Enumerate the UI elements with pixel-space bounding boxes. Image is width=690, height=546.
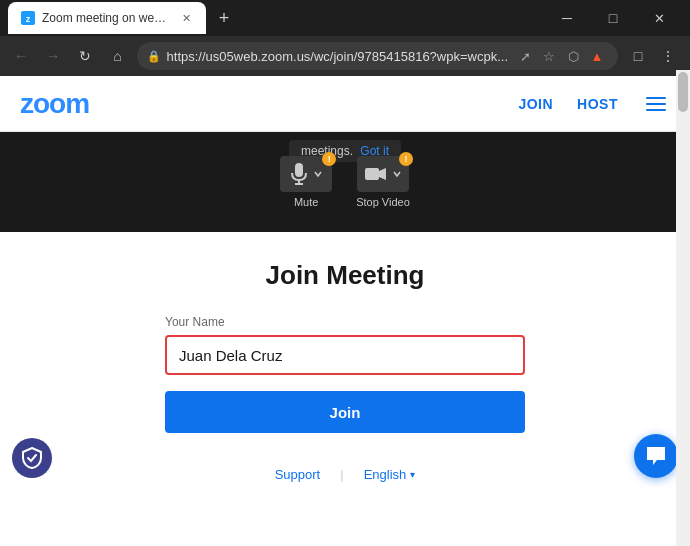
close-button[interactable]: ✕: [636, 2, 682, 34]
minimize-button[interactable]: ─: [544, 2, 590, 34]
home-button[interactable]: ⌂: [104, 42, 130, 70]
extensions-icon[interactable]: ⬡: [562, 45, 584, 67]
address-bar-row: ← → ↻ ⌂ 🔒 https://us05web.zoom.us/wc/joi…: [0, 36, 690, 76]
header-nav: JOIN HOST: [518, 93, 670, 115]
maximize-button[interactable]: □: [590, 2, 636, 34]
browser-actions: □ ⋮: [624, 42, 682, 70]
refresh-button[interactable]: ↻: [72, 42, 98, 70]
svg-text:z: z: [26, 14, 31, 24]
language-label: English: [364, 467, 407, 482]
mute-button[interactable]: ! Mute: [280, 156, 332, 208]
active-tab[interactable]: z Zoom meeting on web - Zoom ✕: [8, 2, 206, 34]
mic-icon: [290, 163, 308, 185]
browser-chrome: z Zoom meeting on web - Zoom ✕ + ─ □ ✕ ←…: [0, 0, 690, 76]
name-label: Your Name: [165, 315, 525, 329]
address-bar[interactable]: 🔒 https://us05web.zoom.us/wc/join/978541…: [137, 42, 618, 70]
video-dropdown-icon: [393, 170, 401, 178]
hamburger-menu[interactable]: [642, 93, 670, 115]
page-wrapper: z Zoom meeting on web - Zoom ✕ + ─ □ ✕ ←…: [0, 0, 690, 546]
tab-title: Zoom meeting on web - Zoom: [42, 11, 172, 25]
forward-button[interactable]: →: [40, 42, 66, 70]
zoom-logo: zoom: [20, 88, 89, 120]
shield-button[interactable]: [12, 438, 52, 478]
stop-video-button[interactable]: ! Stop Video: [356, 156, 410, 208]
tab-close-button[interactable]: ✕: [178, 10, 194, 26]
bookmark-icon[interactable]: ☆: [538, 45, 560, 67]
svg-rect-5: [365, 168, 379, 180]
back-button[interactable]: ←: [8, 42, 34, 70]
join-button[interactable]: Join: [165, 391, 525, 433]
address-actions: ➚ ☆ ⬡ ▲: [514, 45, 608, 67]
brave-icon[interactable]: ▲: [586, 45, 608, 67]
share-icon[interactable]: ➚: [514, 45, 536, 67]
hamburger-line-3: [646, 109, 666, 111]
hamburger-line-2: [646, 103, 666, 105]
stop-video-label: Stop Video: [356, 196, 410, 208]
chat-button[interactable]: [634, 434, 678, 478]
lock-icon: 🔒: [147, 50, 161, 63]
chevron-down-icon: ▾: [410, 469, 415, 480]
hamburger-line-1: [646, 97, 666, 99]
chat-icon: [645, 445, 667, 467]
video-controls: ! Mute !: [280, 156, 410, 208]
zoom-app: zoom JOIN HOST meetings. Got it: [0, 76, 690, 490]
video-warning-badge: !: [399, 152, 413, 166]
svg-rect-2: [295, 163, 303, 177]
host-nav-link[interactable]: HOST: [577, 96, 618, 112]
tab-bar: z Zoom meeting on web - Zoom ✕ + ─ □ ✕: [0, 0, 690, 36]
scrollbar[interactable]: [676, 70, 690, 546]
join-section: Join Meeting Your Name Join: [0, 232, 690, 453]
footer-divider: |: [340, 467, 343, 482]
name-input[interactable]: [165, 335, 525, 375]
url-text: https://us05web.zoom.us/wc/join/97854158…: [167, 49, 508, 64]
stop-video-icon-container: !: [357, 156, 409, 192]
join-title: Join Meeting: [266, 260, 425, 291]
mute-dropdown-icon: [314, 170, 322, 178]
support-link[interactable]: Support: [275, 467, 321, 482]
mute-label: Mute: [294, 196, 318, 208]
menu-button[interactable]: ⋮: [654, 42, 682, 70]
video-preview: meetings. Got it !: [0, 132, 690, 232]
mute-icon-container: !: [280, 156, 332, 192]
zoom-header: zoom JOIN HOST: [0, 76, 690, 132]
new-tab-button[interactable]: +: [210, 4, 238, 32]
join-nav-link[interactable]: JOIN: [518, 96, 553, 112]
shield-icon: [22, 447, 42, 469]
scrollbar-thumb[interactable]: [678, 72, 688, 112]
name-form-group: Your Name: [165, 315, 525, 375]
video-camera-icon: [365, 166, 387, 182]
tab-favicon: z: [20, 10, 36, 26]
mute-warning-badge: !: [322, 152, 336, 166]
language-button[interactable]: English ▾: [364, 467, 416, 482]
footer: Support | English ▾: [0, 453, 690, 490]
sidebar-toggle[interactable]: □: [624, 42, 652, 70]
